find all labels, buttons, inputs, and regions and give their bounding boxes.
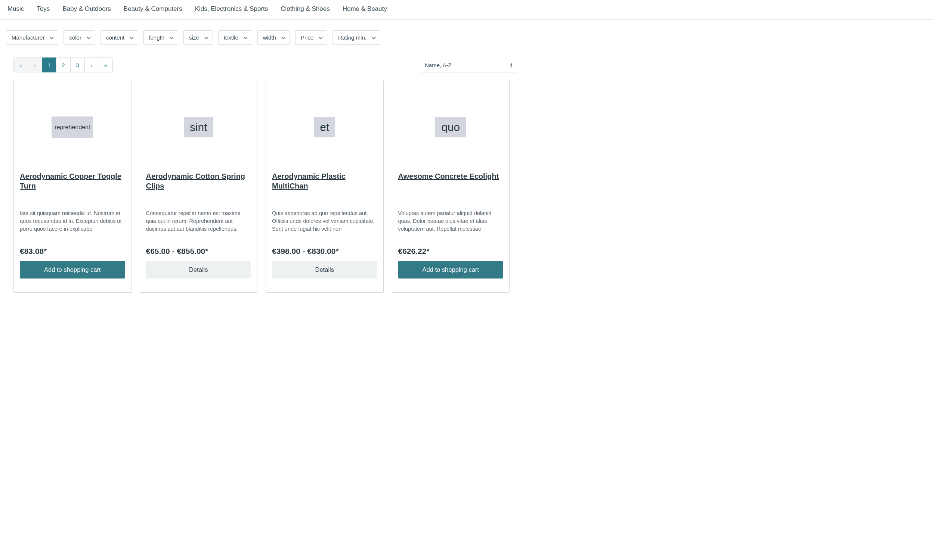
filter-label: Manufacturer <box>12 34 45 41</box>
product-card: quo Awesome Concrete Ecolight Voluptas a… <box>392 80 510 293</box>
filter-label: Rating min. <box>338 34 367 41</box>
product-thumb: sint <box>184 117 213 137</box>
product-card: sint Aerodynamic Cotton Spring Clips Con… <box>140 80 258 293</box>
product-description: Consequatur repellat nemo est maxime qui… <box>146 209 251 236</box>
chevron-down-icon <box>372 35 376 39</box>
sort-select[interactable]: Name, A-Z <box>420 58 517 72</box>
sort-wrap: Name, A-Z ▴▾ <box>420 58 517 72</box>
details-button[interactable]: Details <box>146 261 251 278</box>
filter-label: textile <box>224 34 238 41</box>
page-last[interactable]: » <box>99 57 113 72</box>
chevron-down-icon <box>87 35 91 39</box>
product-grid: reprehenderit Aerodynamic Copper Toggle … <box>6 80 517 293</box>
chevron-down-icon <box>170 35 174 39</box>
product-price: €83.08* <box>20 247 125 256</box>
product-price: €65.00 - €855.00* <box>146 247 251 256</box>
chevron-down-icon <box>50 35 54 39</box>
filter-price[interactable]: Price <box>295 30 327 45</box>
nav-item[interactable]: Beauty & Computers <box>124 5 182 13</box>
product-thumb: et <box>314 117 335 137</box>
filter-length[interactable]: length <box>143 30 178 45</box>
list-header: « ‹ 1 2 3 › » Name, A-Z ▴▾ <box>6 55 517 80</box>
product-thumb-area[interactable]: et <box>272 86 377 168</box>
product-title[interactable]: Aerodynamic Cotton Spring Clips <box>146 171 251 201</box>
filter-rating-min[interactable]: Rating min. <box>333 30 380 45</box>
chevron-down-icon <box>319 35 323 39</box>
filter-label: Price <box>301 34 313 41</box>
chevron-down-icon <box>244 35 248 39</box>
product-title[interactable]: Awesome Concrete Ecolight <box>398 171 504 201</box>
nav-item[interactable]: Clothing & Shoes <box>281 5 330 13</box>
product-title[interactable]: Aerodynamic Copper Toggle Turn <box>20 171 125 201</box>
product-thumb: reprehenderit <box>52 117 93 138</box>
filter-label: color <box>69 34 82 41</box>
nav-item[interactable]: Music <box>8 5 24 13</box>
chevron-down-icon <box>129 35 134 39</box>
nav-item[interactable]: Home & Beauty <box>342 5 387 13</box>
filter-bar: Manufacturer color content length size t… <box>6 20 517 55</box>
chevron-down-icon <box>281 35 285 39</box>
page-number[interactable]: 3 <box>70 57 85 72</box>
page-number[interactable]: 2 <box>56 57 70 72</box>
details-button[interactable]: Details <box>272 261 377 278</box>
filter-manufacturer[interactable]: Manufacturer <box>6 30 58 45</box>
filter-content[interactable]: content <box>100 30 138 45</box>
filter-width[interactable]: width <box>257 30 290 45</box>
product-description: Iste sit quisquam reiciendis ut. Nostrum… <box>20 209 125 236</box>
product-thumb-area[interactable]: sint <box>146 86 251 168</box>
page-prev[interactable]: ‹ <box>28 57 42 72</box>
product-price: €398.00 - €830.00* <box>272 247 377 256</box>
nav-item[interactable]: Toys <box>37 5 50 13</box>
product-description: Quis asperiores ab quo repellendus aut. … <box>272 209 377 236</box>
filter-size[interactable]: size <box>183 30 213 45</box>
product-thumb: quo <box>435 117 466 137</box>
filter-label: width <box>263 34 276 41</box>
product-description: Voluptas autem pariatur aliquid deleniti… <box>398 209 504 236</box>
page-first[interactable]: « <box>14 57 28 72</box>
top-nav: Music Toys Baby & Outdoors Beauty & Comp… <box>0 0 934 20</box>
nav-item[interactable]: Kids, Electronics & Sports <box>195 5 268 13</box>
filter-textile[interactable]: textile <box>218 30 252 45</box>
product-thumb-area[interactable]: reprehenderit <box>20 86 125 168</box>
add-to-cart-button[interactable]: Add to shopping cart <box>20 261 125 278</box>
product-card: et Aerodynamic Plastic MultiChan Quis as… <box>266 80 384 293</box>
filter-color[interactable]: color <box>63 30 95 45</box>
filter-label: length <box>149 34 164 41</box>
filter-label: content <box>106 34 125 41</box>
chevron-down-icon <box>204 35 208 39</box>
product-card: reprehenderit Aerodynamic Copper Toggle … <box>14 80 131 293</box>
nav-item[interactable]: Baby & Outdoors <box>62 5 111 13</box>
product-thumb-area[interactable]: quo <box>398 86 504 168</box>
product-price: €626.22* <box>398 247 504 256</box>
filter-label: size <box>189 34 199 41</box>
page-next[interactable]: › <box>85 57 99 72</box>
add-to-cart-button[interactable]: Add to shopping cart <box>398 261 504 278</box>
pagination: « ‹ 1 2 3 › » <box>14 57 113 72</box>
product-title[interactable]: Aerodynamic Plastic MultiChan <box>272 171 377 201</box>
page-number[interactable]: 1 <box>42 57 56 72</box>
